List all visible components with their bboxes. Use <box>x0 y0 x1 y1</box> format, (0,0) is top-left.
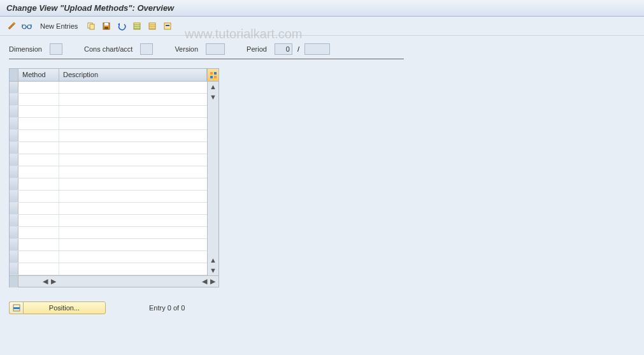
svg-rect-10 <box>166 25 169 26</box>
period2-field[interactable] <box>304 43 330 55</box>
table-row[interactable] <box>10 166 207 178</box>
scroll-left-step-icon[interactable]: ◀ <box>201 278 208 286</box>
vertical-scrollbar[interactable]: ▲ ▼ ▲ ▼ <box>207 82 218 275</box>
column-header-description[interactable]: Description <box>59 69 207 81</box>
table-row[interactable] <box>10 251 207 263</box>
position-button[interactable]: Position... <box>9 301 106 314</box>
scroll-down-icon[interactable]: ▼ <box>208 265 218 275</box>
table-row[interactable] <box>10 227 207 239</box>
table-body: ▲ ▼ ▲ ▼ <box>10 82 218 275</box>
page-title: Change View "Upload Methods": Overview <box>6 3 174 13</box>
table-row[interactable] <box>10 154 207 166</box>
svg-rect-12 <box>214 72 217 75</box>
table-row[interactable] <box>10 94 207 106</box>
table-row[interactable] <box>10 82 207 94</box>
svg-rect-14 <box>214 76 217 78</box>
undo-icon[interactable] <box>115 20 128 33</box>
table-row[interactable] <box>10 215 207 227</box>
scroll-up-icon[interactable]: ▲ <box>208 82 218 92</box>
content-area: Dimension Cons chart/acct Version Period… <box>0 36 644 322</box>
entry-status: Entry 0 of 0 <box>149 304 185 312</box>
select-all-icon[interactable] <box>131 20 143 33</box>
table-row[interactable] <box>10 130 207 142</box>
table-config-icon[interactable] <box>207 69 218 81</box>
select-all-column[interactable] <box>10 69 18 81</box>
scroll-right-step-icon[interactable]: ▶ <box>50 278 57 286</box>
scroll-down-step-icon[interactable]: ▼ <box>208 92 218 102</box>
new-entries-button[interactable]: New Entries <box>36 20 82 32</box>
svg-rect-11 <box>210 72 213 75</box>
svg-point-0 <box>22 25 26 29</box>
svg-rect-3 <box>90 24 94 29</box>
table-header: Method Description <box>10 69 218 82</box>
column-header-method[interactable]: Method <box>18 69 59 81</box>
version-field[interactable] <box>206 43 225 55</box>
table-row[interactable] <box>10 142 207 154</box>
table-row[interactable] <box>10 191 207 203</box>
table-row[interactable] <box>10 239 207 251</box>
position-icon <box>9 301 23 314</box>
save-icon[interactable] <box>100 20 113 33</box>
glasses-display-icon[interactable] <box>20 20 33 33</box>
table-container: Method Description <box>9 68 219 287</box>
table-row[interactable] <box>10 118 207 130</box>
svg-rect-16 <box>13 307 20 309</box>
chart-label: Cons chart/acct <box>84 45 132 53</box>
svg-rect-6 <box>104 27 108 29</box>
chart-field[interactable] <box>140 43 153 55</box>
divider <box>9 59 404 59</box>
table-row[interactable] <box>10 106 207 118</box>
footer-row: Position... Entry 0 of 0 <box>9 301 635 314</box>
copy-icon[interactable] <box>85 20 97 33</box>
dimension-label: Dimension <box>9 45 42 53</box>
toggle-change-icon[interactable] <box>5 20 18 33</box>
period-separator: / <box>297 45 299 53</box>
scroll-up-step-icon[interactable]: ▲ <box>208 255 218 265</box>
table-row[interactable] <box>10 263 207 275</box>
scroll-left-icon[interactable]: ◀ <box>41 278 49 286</box>
filter-row: Dimension Cons chart/acct Version Period… <box>9 43 635 55</box>
deselect-all-icon[interactable] <box>146 20 159 33</box>
horizontal-scrollbar[interactable]: ◀ ▶ ◀ ▶ <box>10 275 218 287</box>
table-row[interactable] <box>10 178 207 191</box>
delete-icon[interactable] <box>161 20 174 33</box>
version-label: Version <box>175 45 198 53</box>
scroll-right-icon[interactable]: ▶ <box>209 278 217 286</box>
position-label[interactable]: Position... <box>23 301 106 314</box>
toolbar: New Entries <box>0 17 644 36</box>
title-bar: Change View "Upload Methods": Overview <box>0 0 644 17</box>
svg-rect-5 <box>104 23 108 25</box>
table-row[interactable] <box>10 203 207 215</box>
svg-point-1 <box>27 25 31 29</box>
dimension-field[interactable] <box>50 43 62 55</box>
period-field[interactable] <box>275 43 292 55</box>
period-label: Period <box>247 45 267 53</box>
svg-rect-13 <box>210 76 213 78</box>
